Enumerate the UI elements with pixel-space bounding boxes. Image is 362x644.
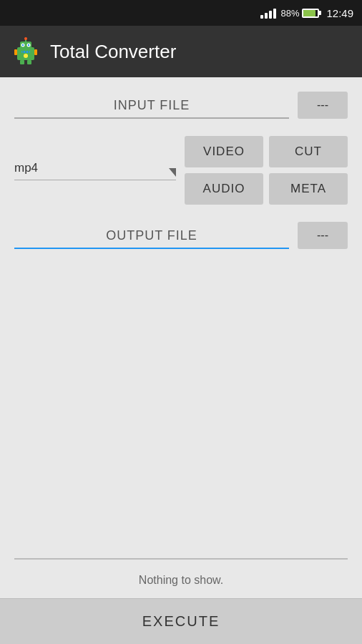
video-button[interactable]: VIDEO <box>185 136 263 167</box>
input-file-row: INPUT FILE --- <box>14 92 348 119</box>
svg-rect-10 <box>25 52 26 53</box>
svg-point-3 <box>24 37 27 40</box>
clock: 12:49 <box>326 7 353 19</box>
app-title: Total Converter <box>50 41 176 63</box>
output-file-label: OUTPUT FILE <box>14 228 289 248</box>
cut-button[interactable]: CUT <box>269 136 348 167</box>
battery-icon <box>302 9 319 18</box>
svg-rect-12 <box>14 49 17 55</box>
log-empty-text: Nothing to show. <box>14 574 348 587</box>
log-area: Nothing to show. <box>14 249 348 598</box>
svg-rect-13 <box>34 49 37 55</box>
svg-point-7 <box>28 44 29 46</box>
options-grid: VIDEO CUT AUDIO META <box>185 136 348 205</box>
input-file-label: INPUT FILE <box>14 98 289 117</box>
format-value: mp4 <box>14 161 38 175</box>
output-file-browse-button[interactable]: --- <box>298 222 348 249</box>
input-file-label-container: INPUT FILE <box>14 98 289 119</box>
svg-point-14 <box>24 54 28 58</box>
input-file-browse-button[interactable]: --- <box>298 92 348 119</box>
signal-bar-3 <box>269 11 272 19</box>
battery-container: 88% <box>280 8 319 19</box>
format-selector[interactable]: mp4 <box>14 161 176 180</box>
status-bar: 88% 12:49 <box>0 0 362 26</box>
battery-percent: 88% <box>280 8 299 19</box>
main-content: INPUT FILE --- mp4 VIDEO CUT AUDIO META … <box>0 77 362 598</box>
app-icon <box>11 37 40 66</box>
output-file-row: OUTPUT FILE --- <box>14 222 348 249</box>
svg-rect-9 <box>22 52 24 53</box>
signal-bar-2 <box>265 13 268 19</box>
audio-button[interactable]: AUDIO <box>185 173 263 205</box>
input-file-underline <box>14 117 289 119</box>
log-divider <box>14 558 348 560</box>
execute-button[interactable]: EXECUTE <box>0 598 362 644</box>
execute-label: EXECUTE <box>142 613 220 630</box>
signal-icon <box>260 7 276 19</box>
svg-rect-11 <box>28 52 29 53</box>
meta-button[interactable]: META <box>269 173 348 205</box>
svg-point-6 <box>22 44 24 46</box>
format-options-row: mp4 VIDEO CUT AUDIO META <box>14 136 348 205</box>
output-file-label-container: OUTPUT FILE <box>14 228 289 249</box>
signal-bar-4 <box>273 9 276 19</box>
svg-rect-15 <box>20 60 24 64</box>
format-dropdown-arrow <box>169 168 176 177</box>
battery-fill <box>303 10 315 16</box>
signal-bar-1 <box>260 15 263 19</box>
svg-rect-16 <box>27 60 31 64</box>
app-bar: Total Converter <box>0 26 362 77</box>
